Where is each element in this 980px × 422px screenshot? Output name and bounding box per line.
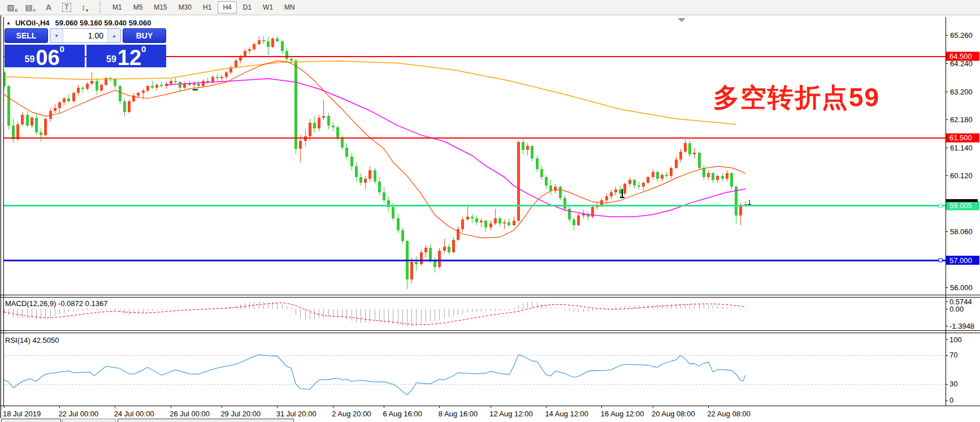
panel-borders (0, 17, 980, 406)
toolbar-icons: ▨E▤FAT↕▾ (5, 1, 95, 14)
timeframe-buttons: M1M5M15M30H1H4D1W1MN (107, 1, 301, 14)
timeframe-h4[interactable]: H4 (218, 1, 236, 14)
sell-price-prefix: 59 (25, 55, 35, 64)
chart-title-bar: ▲ UKOil-,H4 59.060 59.160 59.040 59.060 (6, 19, 151, 27)
svg-text:58.060: 58.060 (950, 227, 973, 236)
text-label-icon[interactable]: A (41, 1, 57, 14)
chart-annotation-text: 多空转折点59 (713, 80, 880, 115)
svg-text:31 Jul 20:00: 31 Jul 20:00 (276, 410, 316, 418)
svg-text:-1.3948: -1.3948 (949, 322, 974, 330)
ohlc-values-label: 59.060 59.160 59.040 59.060 (55, 19, 151, 27)
ma-mid (166, 79, 745, 217)
svg-text:22 Aug 08:00: 22 Aug 08:00 (707, 410, 751, 418)
svg-text:0.00: 0.00 (949, 305, 964, 313)
svg-text:14 Aug 12:00: 14 Aug 12:00 (545, 410, 588, 418)
svg-text:62.180: 62.180 (950, 115, 973, 124)
svg-text:12 Aug 12:00: 12 Aug 12:00 (489, 410, 533, 418)
timeframe-m30[interactable]: M30 (174, 1, 197, 14)
window-left-border (0, 15, 1, 418)
svg-text:65.260: 65.260 (950, 31, 973, 40)
window-tab[interactable] (118, 419, 294, 422)
rsi-line (4, 355, 745, 395)
timeframe-m15[interactable]: M15 (149, 1, 172, 14)
buy-button[interactable]: BUY (123, 28, 166, 43)
chart-shift-icon (678, 18, 686, 22)
svg-text:61.500: 61.500 (949, 134, 972, 142)
sell-price-box[interactable]: 59 06 0 (5, 45, 85, 67)
svg-text:20 Aug 08:00: 20 Aug 08:00 (652, 410, 695, 418)
macd-panel (4, 302, 745, 326)
sell-price-sup: 0 (60, 45, 64, 53)
volume-input[interactable] (63, 29, 107, 42)
svg-text:18 Jul 2019: 18 Jul 2019 (3, 410, 41, 418)
rsi-label: RSI(14) 42.5050 (5, 336, 59, 345)
timeframe-mn[interactable]: MN (279, 1, 300, 14)
tack-object (748, 200, 751, 205)
timeframe-d1[interactable]: D1 (238, 1, 257, 14)
svg-text:16 Aug 12:00: 16 Aug 12:00 (601, 410, 644, 418)
svg-text:61.140: 61.140 (950, 144, 973, 152)
mt4-terminal: ▨E▤FAT↕▾ M1M5M15M30H1H4D1W1MN 65.26064.2… (0, 0, 980, 422)
arrows-objects-icon[interactable]: ↕▾ (77, 1, 93, 14)
toolbar-separator (99, 2, 103, 13)
macd-label: MACD(12,26,9) -0.0872 0.1367 (5, 299, 107, 308)
svg-text:56.000: 56.000 (950, 283, 973, 292)
fibonacci-grid-icon[interactable]: ▤F (23, 1, 38, 14)
svg-text:26 Jul 00:00: 26 Jul 00:00 (170, 410, 210, 418)
sell-button[interactable]: SELL (5, 28, 48, 43)
dash-object (193, 89, 198, 91)
svg-text:59.005: 59.005 (949, 201, 972, 210)
svg-text:24 Jul 00:00: 24 Jul 00:00 (114, 410, 154, 418)
time-axis: 18 Jul 201922 Jul 00:0024 Jul 00:0026 Ju… (3, 406, 751, 418)
volume-stepper: ▼ ▲ (50, 28, 121, 43)
svg-text:0: 0 (949, 396, 953, 404)
one-click-trade-panel: SELL ▼ ▲ BUY 59 06 0 59 12 0 (5, 28, 166, 67)
svg-text:22 Jul 00:00: 22 Jul 00:00 (58, 410, 98, 418)
bid-price-marker (946, 199, 978, 202)
sell-price-big: 06 (36, 49, 59, 66)
buy-price-prefix: 59 (106, 55, 116, 64)
timeframe-h1[interactable]: H1 (198, 1, 216, 14)
svg-text:30: 30 (949, 380, 957, 388)
svg-text:70: 70 (949, 351, 957, 359)
window-tab[interactable] (1, 419, 61, 422)
collapse-triangle-icon[interactable]: ▲ (6, 20, 11, 25)
ma-slow (4, 61, 736, 124)
buy-price-big: 12 (118, 49, 141, 66)
hline-handle (939, 204, 942, 208)
volume-decrease-icon[interactable]: ▼ (50, 29, 63, 42)
text-box-icon[interactable]: T (59, 1, 75, 14)
svg-text:6 Aug 16:00: 6 Aug 16:00 (383, 410, 422, 418)
timeframe-m1[interactable]: M1 (107, 1, 127, 14)
rsi-panel (4, 355, 946, 395)
indicators-chart-icon[interactable]: ▨E (5, 1, 20, 14)
buy-price-sup: 0 (141, 45, 146, 53)
svg-text:8 Aug 16:00: 8 Aug 16:00 (439, 410, 478, 418)
price-axis: 65.26064.24063.20062.18061.14060.12058.0… (946, 31, 979, 404)
timeframe-m5[interactable]: M5 (128, 1, 148, 14)
candles-layer (3, 36, 747, 289)
symbol-period-label: UKOil-,H4 (15, 19, 50, 27)
svg-text:100: 100 (949, 335, 962, 344)
svg-text:29 Jul 20:00: 29 Jul 20:00 (220, 410, 261, 418)
svg-text:64.500: 64.500 (949, 52, 972, 61)
window-tab[interactable] (62, 419, 116, 422)
price-panel (3, 36, 946, 289)
timeframe-w1[interactable]: W1 (258, 1, 278, 14)
svg-text:57.000: 57.000 (949, 256, 972, 265)
volume-increase-icon[interactable]: ▲ (107, 29, 120, 42)
buy-price-box[interactable]: 59 12 0 (86, 45, 167, 67)
window-tab-strip (0, 418, 980, 422)
svg-text:63.200: 63.200 (950, 88, 973, 96)
svg-text:2 Aug 20:00: 2 Aug 20:00 (332, 410, 371, 418)
hline-handle (939, 259, 942, 262)
svg-text:60.120: 60.120 (950, 171, 973, 180)
toolbar: ▨E▤FAT↕▾ M1M5M15M30H1H4D1W1MN (0, 0, 980, 15)
chart-canvas[interactable]: 65.26064.24063.20062.18061.14060.12058.0… (0, 15, 980, 422)
